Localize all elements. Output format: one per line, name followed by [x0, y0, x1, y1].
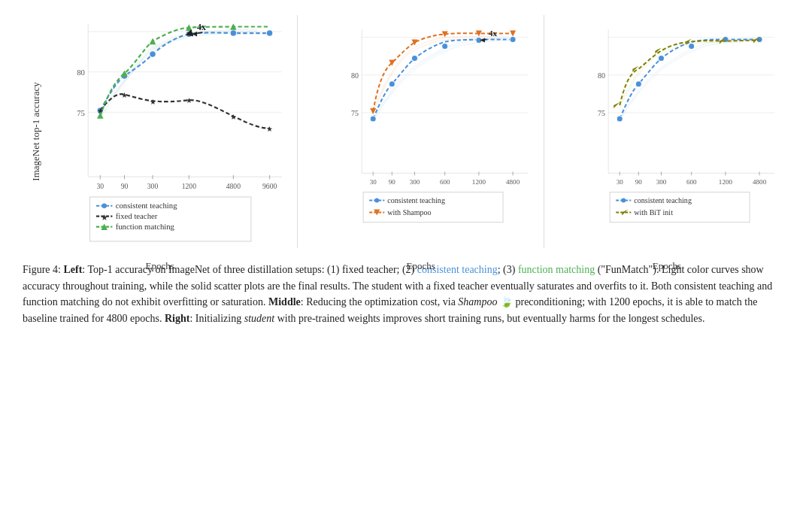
svg-text:600: 600	[440, 178, 450, 186]
x-axis-label-middle: Epochs	[406, 260, 435, 272]
svg-point-113	[688, 44, 694, 50]
svg-text:75: 75	[77, 108, 85, 117]
svg-text:90: 90	[635, 178, 643, 186]
svg-point-21	[150, 51, 156, 58]
svg-point-42	[102, 204, 106, 208]
chart-area-right: 75 80 30 90 300 600 1200 4800	[586, 23, 782, 218]
left-label: Left	[63, 264, 82, 275]
chart-middle: 75 80 30 90 300 600 1200 4800	[297, 15, 543, 248]
svg-point-69	[371, 116, 377, 122]
charts-row: ImageNet top-1 accuracy 75 80 3	[23, 15, 789, 248]
svg-text:consistent teaching: consistent teaching	[388, 196, 446, 205]
svg-point-124	[621, 198, 626, 203]
caption-text4: : Reducing the optimization cost, via	[301, 296, 459, 308]
svg-text:90: 90	[389, 178, 396, 186]
svg-text:30: 30	[96, 182, 104, 190]
svg-point-74	[511, 36, 517, 42]
svg-text:consistent teaching: consistent teaching	[116, 201, 177, 210]
svg-text:fixed teacher: fixed teacher	[116, 211, 158, 220]
svg-text:★: ★	[121, 91, 128, 99]
caption-text6: : Initializing	[189, 313, 244, 324]
svg-marker-75	[371, 108, 377, 114]
svg-text:75: 75	[352, 109, 359, 117]
svg-point-70	[389, 81, 395, 87]
x-axis-label-left: Epochs	[146, 260, 174, 272]
figure-container: ImageNet top-1 accuracy 75 80 3	[23, 15, 789, 327]
chart-svg-right: 75 80 30 90 300 600 1200 4800	[586, 23, 782, 218]
shampoo-italic: Shampoo	[458, 296, 497, 308]
svg-text:1200: 1200	[472, 178, 486, 186]
svg-point-86	[375, 198, 380, 203]
figure-num: Figure 4:	[23, 264, 61, 275]
svg-text:with Shampoo: with Shampoo	[388, 208, 432, 217]
svg-point-110	[617, 116, 623, 122]
svg-text:★: ★	[150, 98, 156, 106]
chart-left: ImageNet top-1 accuracy 75 80 3	[23, 15, 297, 248]
svg-text:90: 90	[121, 182, 129, 190]
svg-text:★: ★	[101, 213, 108, 222]
svg-text:4800: 4800	[753, 178, 767, 186]
chart-area-middle: 75 80 30 90 300 600 1200 4800	[339, 23, 535, 218]
svg-text:4x: 4x	[489, 29, 498, 38]
svg-marker-116	[614, 102, 620, 108]
svg-text:1200: 1200	[182, 182, 196, 190]
svg-point-111	[635, 81, 641, 87]
svg-text:80: 80	[352, 71, 359, 80]
right-label: Right	[165, 313, 189, 324]
svg-text:30: 30	[616, 178, 623, 186]
svg-text:consistent teaching: consistent teaching	[634, 196, 692, 205]
svg-text:80: 80	[598, 71, 605, 80]
middle-label: Middle	[268, 296, 301, 308]
caption-text1: : Top-1 accuracy on ImageNet of three di…	[82, 264, 417, 275]
svg-point-72	[442, 44, 448, 50]
svg-text:1200: 1200	[719, 178, 733, 186]
caption-text7: with pre-trained weights improves short …	[274, 313, 704, 324]
svg-line-37	[189, 33, 191, 34]
svg-text:600: 600	[686, 178, 697, 186]
svg-text:30: 30	[370, 178, 377, 186]
svg-text:9600: 9600	[262, 182, 277, 190]
x-axis-label-right: Epochs	[653, 260, 681, 272]
chart-svg-middle: 75 80 30 90 300 600 1200 4800	[339, 23, 535, 218]
student-italic: student	[244, 313, 274, 324]
svg-text:300: 300	[410, 178, 420, 186]
svg-marker-35	[230, 23, 237, 30]
svg-text:75: 75	[598, 109, 605, 117]
svg-text:★: ★	[186, 96, 192, 105]
svg-text:★: ★	[266, 125, 273, 133]
chart-area-left: 75 80 30 90 300 1200 4800 9600	[64, 23, 289, 218]
caption-text2: ; (3)	[498, 264, 518, 275]
svg-text:function matching: function matching	[116, 222, 175, 231]
svg-point-24	[266, 30, 273, 37]
svg-text:4800: 4800	[226, 182, 241, 190]
svg-text:★: ★	[230, 113, 237, 121]
svg-text:300: 300	[147, 182, 159, 190]
svg-point-71	[412, 56, 418, 62]
svg-text:with BiT init: with BiT init	[634, 208, 673, 217]
svg-text:80: 80	[77, 68, 85, 77]
chart-right: 75 80 30 90 300 600 1200 4800	[544, 15, 789, 248]
svg-marker-80	[511, 30, 517, 36]
svg-marker-33	[150, 38, 156, 45]
function-matching-ref: function matching	[518, 264, 595, 275]
svg-text:4800: 4800	[507, 178, 521, 186]
svg-text:300: 300	[656, 178, 666, 186]
y-axis-label-left: ImageNet top-1 accuracy	[30, 82, 42, 180]
svg-point-115	[756, 36, 762, 42]
svg-point-23	[230, 30, 237, 37]
svg-text:4x: 4x	[197, 22, 206, 32]
chart-svg-left: 75 80 30 90 300 1200 4800 9600	[64, 23, 289, 218]
svg-point-112	[658, 56, 664, 62]
